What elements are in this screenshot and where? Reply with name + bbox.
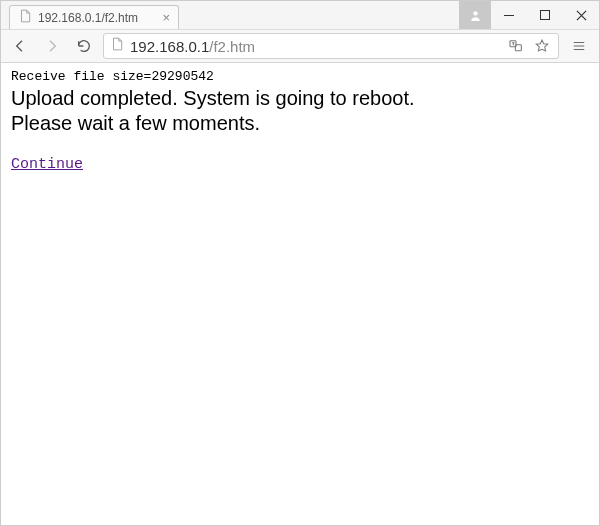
upload-status-text: Upload completed. System is going to reb… bbox=[11, 86, 589, 136]
window-close-button[interactable] bbox=[563, 1, 599, 29]
back-button[interactable] bbox=[7, 33, 33, 59]
hamburger-menu-button[interactable] bbox=[565, 32, 593, 60]
tab-strip: 192.168.0.1/f2.htm × bbox=[1, 1, 179, 29]
window-titlebar: 192.168.0.1/f2.htm × bbox=[1, 1, 599, 29]
translate-icon[interactable] bbox=[506, 36, 526, 56]
tab-close-button[interactable]: × bbox=[162, 11, 170, 24]
status-line-2: Please wait a few moments. bbox=[11, 112, 260, 134]
status-line-1: Upload completed. System is going to reb… bbox=[11, 87, 415, 109]
file-icon bbox=[18, 9, 32, 26]
address-bar[interactable]: 192.168.0.1/f2.htm bbox=[103, 33, 559, 59]
forward-button[interactable] bbox=[39, 33, 65, 59]
omnibox-right-icons bbox=[502, 36, 552, 56]
url-host: 192.168.0.1 bbox=[130, 38, 209, 55]
page-icon bbox=[110, 37, 124, 55]
window-controls bbox=[459, 1, 599, 29]
svg-point-0 bbox=[473, 11, 477, 15]
url-path: /f2.htm bbox=[209, 38, 255, 55]
reload-button[interactable] bbox=[71, 33, 97, 59]
tab-title: 192.168.0.1/f2.htm bbox=[38, 11, 156, 25]
window-maximize-button[interactable] bbox=[527, 1, 563, 29]
user-account-button[interactable] bbox=[459, 1, 491, 29]
browser-tab[interactable]: 192.168.0.1/f2.htm × bbox=[9, 5, 179, 29]
continue-link[interactable]: Continue bbox=[11, 156, 83, 173]
url-text: 192.168.0.1/f2.htm bbox=[130, 38, 496, 55]
browser-toolbar: 192.168.0.1/f2.htm bbox=[1, 29, 599, 63]
receive-file-size-text: Receive file size=29290542 bbox=[11, 69, 589, 84]
page-content: Receive file size=29290542 Upload comple… bbox=[1, 63, 599, 179]
bookmark-star-icon[interactable] bbox=[532, 36, 552, 56]
window-minimize-button[interactable] bbox=[491, 1, 527, 29]
